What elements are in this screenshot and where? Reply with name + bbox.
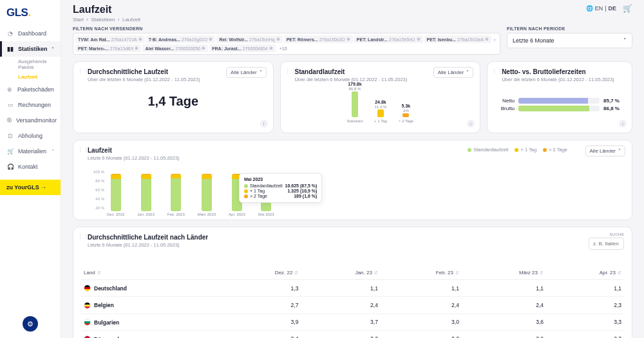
sender-chip[interactable]: TVW: Am Rat... 276a1471VA ⊗ — [75, 35, 145, 43]
drag-handle-icon[interactable]: ⋮⋮ — [285, 68, 296, 75]
sender-chip[interactable]: PET: Römers... 276a150s3O ⊗ — [284, 35, 353, 43]
month-bar[interactable]: März 2023 — [198, 174, 216, 216]
sort-icon[interactable]: ⇵ — [294, 270, 298, 275]
chevron-down-icon: ˅ — [623, 37, 627, 44]
cart-icon[interactable]: 🛒 — [623, 4, 632, 13]
month-bar[interactable]: Dez. 2022 — [107, 174, 124, 216]
sender-chip[interactable]: PET: Landstr... 276a15h5hO ⊗ — [354, 35, 423, 43]
drag-handle-icon[interactable]: ⋮⋮ — [77, 234, 89, 240]
nav-item-paketschäden[interactable]: ⊕Paketschäden — [0, 82, 61, 97]
sender-chip[interactable]: Alei Wasser... 2760020050 ⊗ — [142, 44, 208, 52]
sort-icon[interactable]: ⇵ — [540, 270, 544, 275]
chip-remove-icon[interactable]: ⊗ — [135, 46, 138, 51]
period-value: Letzte 6 Monate — [513, 37, 554, 44]
nav-item-statistiken[interactable]: ▮▮Statistiken˄ — [0, 41, 61, 57]
sender-chip[interactable]: Rei: Wolfstr... 276a15chHq ⊗ — [216, 35, 282, 43]
chip-remove-icon[interactable]: ⊗ — [346, 37, 350, 42]
info-icon[interactable]: i — [619, 120, 627, 127]
drag-handle-icon[interactable]: ⋮⋮ — [77, 147, 89, 153]
nav-item-abholung[interactable]: ⊡Abholung — [0, 128, 61, 144]
col-header[interactable]: Land⇵ — [81, 266, 219, 280]
sender-chip-box[interactable]: TVW: Am Rat... 276a1471VA ⊗T·B: Andreas.… — [73, 33, 500, 55]
sort-icon[interactable]: ⇵ — [97, 270, 101, 275]
std-bar: 5.3k2%> 2 Tage — [399, 104, 413, 123]
std-bar: 24.8k11,4 %+ 1 Tag — [374, 100, 387, 123]
filter-row: FILTERN NACH VERSENDERN TVW: Am Rat... 2… — [73, 26, 632, 55]
table-row[interactable]: Belgien2,72,42,42,42,3 — [81, 297, 624, 314]
nav-item-kontakt[interactable]: 🎧Kontakt — [0, 159, 61, 174]
info-icon[interactable]: i — [260, 120, 268, 127]
card-sub: Über die letzten 6 Monate (01.12.2022 - … — [502, 77, 624, 82]
nav-icon: ⊡ — [6, 132, 14, 140]
sender-chip[interactable]: PET: Marien-... 276a13dBX ⊗ — [75, 44, 141, 52]
sort-icon[interactable]: ⇵ — [618, 270, 621, 275]
country-select[interactable]: Alle Länder ˅ — [585, 146, 625, 156]
nav-item-dashboard[interactable]: ◔Dashboard — [0, 26, 61, 41]
chevron-icon: ˅ — [52, 149, 54, 155]
country-select[interactable]: Alle Länder ˅ — [433, 67, 473, 78]
drag-handle-icon[interactable]: ⋮⋮ — [77, 68, 89, 75]
chip-remove-icon[interactable]: ⊗ — [417, 37, 421, 42]
logo: GLS. — [0, 4, 61, 26]
month-bar[interactable]: Feb. 2023 — [167, 174, 185, 216]
filter-sender-label: FILTERN NACH VERSENDERN — [73, 26, 500, 31]
flag-icon — [84, 335, 91, 338]
search-label: SUCHE — [589, 232, 624, 236]
col-header[interactable]: Feb. 23⇵ — [381, 266, 462, 280]
sidebar: GLS. ◔Dashboard▮▮Statistiken˄Ausgehende … — [0, 0, 61, 338]
month-bar[interactable]: Jan. 2023 — [137, 174, 154, 216]
flag-icon — [84, 285, 91, 292]
chevron-down-icon[interactable]: ˅ — [493, 39, 496, 44]
table-row[interactable]: Dänemark2,42,22,22,02,3 — [81, 330, 624, 338]
country-table: Land⇵Dez. 22⇵Jan. 23⇵Feb. 23⇵März 23⇵Apr… — [81, 266, 624, 338]
nav-icon: ◔ — [6, 30, 14, 37]
drag-handle-icon[interactable]: ⋮⋮ — [491, 68, 503, 75]
nav-item-versandmonitor[interactable]: ⦿Versandmonitor — [0, 113, 61, 128]
chip-remove-icon[interactable]: ⊗ — [138, 37, 142, 42]
col-header[interactable]: Apr. 23⇵ — [546, 266, 624, 280]
language-switch[interactable]: 🌐 EN | DE — [586, 5, 616, 12]
breadcrumb[interactable]: Start › Statistiken › Laufzeit — [73, 17, 140, 23]
nav-icon: 🎧 — [6, 163, 14, 171]
chip-remove-icon[interactable]: ⊗ — [209, 37, 213, 42]
chevron-icon: ˄ — [52, 46, 54, 52]
chevron-down-icon: ˅ — [618, 148, 621, 154]
settings-gear-button[interactable]: ⚙ — [23, 316, 38, 332]
sender-chip[interactable]: FRA: Jurast... 2760004854 ⊗ — [209, 44, 275, 52]
chart-legend: Standardlaufzeit+ 1 Tag> 2 Tage — [468, 147, 567, 153]
table-row[interactable]: Deutschland1,31,11,11,11,1 — [81, 280, 624, 297]
header: Laufzeit Start › Statistiken › Laufzeit … — [73, 4, 632, 26]
card-title: Durchschnittliche Laufzeit nach Länder — [88, 234, 624, 241]
col-header[interactable]: Jan. 23⇵ — [301, 266, 380, 280]
zu-yourgls-button[interactable]: zu YourGLS → — [0, 180, 61, 195]
nav-subitem[interactable]: Ausgehende Pakete — [0, 57, 61, 72]
chip-remove-icon[interactable]: ⊗ — [202, 46, 205, 51]
chip-remove-icon[interactable]: ⊗ — [269, 46, 273, 51]
card-standardlaufzeit: ⋮⋮ Alle Länder ˅ Standardlaufzeit Über d… — [280, 61, 481, 133]
sort-icon[interactable]: ⇵ — [455, 270, 459, 275]
period-select[interactable]: Letzte 6 Monate ˅ — [507, 33, 632, 48]
chevron-down-icon: ˅ — [260, 70, 262, 75]
sender-chip[interactable]: PET: Isenbu... 276a15G3eA ⊗ — [424, 35, 492, 43]
col-header[interactable]: Dez. 22⇵ — [219, 266, 301, 280]
col-header[interactable]: März 23⇵ — [462, 266, 546, 280]
avg-value: 1,4 Tage — [81, 94, 265, 109]
chip-more[interactable]: +10 — [277, 44, 290, 52]
info-icon[interactable]: i — [467, 120, 475, 127]
sender-chip[interactable]: T·B: Andreas... 276a15g01O ⊗ — [146, 35, 216, 43]
table-row[interactable]: Bulgarien3,93,73,03,63,3 — [81, 314, 624, 330]
chip-remove-icon[interactable]: ⊗ — [485, 37, 489, 42]
chip-remove-icon[interactable]: ⊗ — [276, 37, 280, 42]
nav-subitem[interactable]: Laufzeit — [0, 72, 61, 82]
country-search-input[interactable] — [589, 238, 624, 250]
nav-item-rechnungen[interactable]: ▭Rechnungen — [0, 97, 61, 113]
nav-icon: ▭ — [6, 101, 14, 109]
sort-icon[interactable]: ⇵ — [374, 270, 378, 275]
nav-icon: ⊕ — [6, 86, 14, 93]
card-title: Netto- vs. Bruttolieferzeiten — [502, 68, 624, 75]
card-avg-laufzeit: ⋮⋮ Alle Länder ˅ Durchschnittliche Laufz… — [73, 61, 274, 133]
country-select[interactable]: Alle Länder ˅ — [226, 67, 266, 78]
nb-row: Brutto86,8 % — [495, 106, 624, 111]
nav-item-materialien[interactable]: 🛒Materialien˅ — [0, 144, 61, 159]
logo-text: GLS — [6, 6, 28, 19]
